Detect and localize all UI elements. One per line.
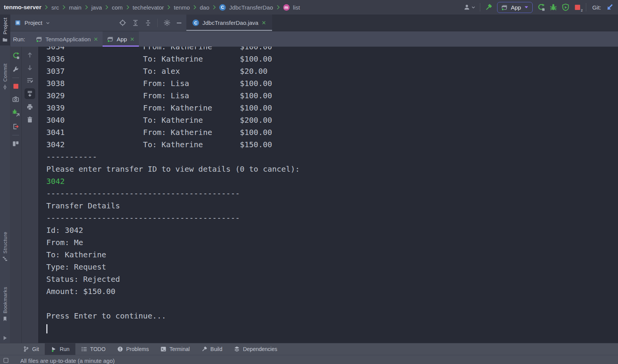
dependencies-layers-icon [234, 346, 240, 352]
project-toolwindow-header: Project [10, 15, 186, 31]
collapse-all-icon[interactable] [145, 20, 152, 26]
run-toolwindow-gutter [10, 47, 38, 343]
chevron-right-icon [45, 5, 48, 10]
breadcrumb-item[interactable]: com [112, 4, 122, 11]
down-arrow-icon[interactable] [26, 64, 33, 71]
bottom-bar-todo[interactable]: TODO [75, 343, 111, 355]
dropdown-caret-icon [524, 6, 528, 9]
app-window-icon [107, 36, 114, 42]
chevron-right-icon [126, 5, 129, 10]
editor-tab-strip: C JdbcTransferDao.java [186, 15, 618, 31]
attach-debugger-icon[interactable] [12, 109, 20, 117]
rerun-icon[interactable] [12, 52, 20, 59]
app-window-icon [36, 36, 42, 42]
bottom-bar-dependencies[interactable]: Dependencies [228, 343, 283, 355]
run-panel-label: Run: [10, 31, 31, 47]
project-icon [15, 20, 21, 26]
stripe-label: Structure [2, 232, 8, 253]
chevron-right-icon [277, 5, 280, 10]
close-icon[interactable] [262, 21, 266, 25]
chevron-right-icon [105, 5, 108, 10]
trash-icon[interactable] [26, 116, 33, 123]
user-account-button[interactable] [463, 4, 475, 11]
print-icon[interactable] [26, 104, 33, 110]
run-configuration-select[interactable]: App [497, 2, 533, 13]
chevron-down-icon [471, 6, 475, 9]
breadcrumb: tenmo-server src main java com techeleva… [4, 4, 300, 11]
gear-icon[interactable] [163, 19, 171, 26]
scroll-to-end-icon [26, 90, 33, 97]
bottom-bar-problems[interactable]: Problems [111, 343, 155, 355]
editor-tab-label: JdbcTransferDao.java [202, 20, 258, 26]
breadcrumb-project-root[interactable]: tenmo-server [4, 4, 41, 11]
status-square-icon[interactable] [3, 358, 9, 363]
flag-icon [3, 335, 8, 340]
left-tool-stripe: Project Commit Structure Bookmarks [0, 15, 10, 343]
breadcrumb-method[interactable]: list [293, 4, 300, 11]
bottom-bar-terminal[interactable]: Terminal [155, 343, 196, 355]
breadcrumb-item[interactable]: techelevator [133, 4, 164, 11]
commit-icon [2, 84, 8, 90]
layout-icon[interactable] [12, 140, 19, 147]
class-icon: C [219, 4, 226, 11]
coverage-shield-icon [562, 3, 569, 11]
locate-file-icon[interactable] [119, 19, 126, 26]
breadcrumb-class[interactable]: JdbcTransferDao [229, 4, 273, 11]
up-arrow-icon[interactable] [26, 52, 33, 58]
close-icon[interactable] [94, 37, 98, 41]
scroll-to-end-button[interactable] [24, 88, 35, 99]
stripe-button-pin[interactable] [0, 335, 10, 340]
wrench-icon[interactable] [12, 66, 19, 73]
run-tab-tenmoapplication[interactable]: TenmoApplication [31, 31, 103, 47]
bottom-bar-git[interactable]: Git [17, 343, 45, 355]
run-tab-app[interactable]: App [103, 31, 139, 47]
stripe-button-structure[interactable]: Structure [0, 232, 10, 262]
hide-panel-icon[interactable] [176, 22, 182, 24]
chevron-right-icon [167, 5, 170, 10]
todo-list-icon [81, 346, 87, 352]
debug-button[interactable] [550, 3, 557, 11]
running-process-count: 2 [581, 8, 583, 12]
stripe-label: Commit [2, 63, 8, 82]
run-with-coverage-button[interactable] [562, 3, 569, 11]
editor-tab-jdbctransferdao[interactable]: C JdbcTransferDao.java [186, 15, 272, 31]
run-actions-toolbar [10, 47, 22, 343]
rerun-button[interactable] [537, 3, 545, 11]
breadcrumb-item[interactable]: src [51, 4, 59, 11]
expand-all-icon[interactable] [132, 20, 139, 26]
run-toolwindow-tabbar: Run: TenmoApplication App [10, 31, 618, 47]
breadcrumb-item[interactable]: tenmo [174, 4, 190, 11]
stripe-label: Bookmarks [2, 287, 8, 314]
chevron-right-icon [213, 5, 216, 10]
close-icon[interactable] [130, 37, 134, 41]
git-branch-icon [23, 346, 29, 352]
stop-button[interactable]: 2 [574, 4, 581, 11]
stripe-label: Project [2, 18, 8, 34]
bottom-bar-label: Build [210, 346, 222, 352]
git-label: Git: [592, 4, 601, 11]
bottom-bar-run[interactable]: Run [45, 343, 75, 355]
build-project-button[interactable] [485, 3, 492, 11]
console-cursor [46, 324, 47, 333]
chevron-down-icon[interactable] [46, 21, 50, 24]
stripe-button-bookmarks[interactable]: Bookmarks [0, 287, 10, 322]
stop-icon[interactable] [13, 83, 19, 89]
status-message[interactable]: All files are up-to-date (a minute ago) [20, 358, 115, 364]
thread-dump-camera-icon[interactable] [12, 96, 19, 103]
method-icon: m [283, 4, 290, 11]
project-header-actions [119, 19, 182, 27]
stripe-button-project[interactable]: Project [0, 15, 10, 46]
run-configuration-name: App [511, 4, 521, 11]
breadcrumb-item[interactable]: main [69, 4, 82, 11]
exit-icon[interactable] [12, 123, 19, 130]
run-console[interactable]: 3034 From: Katherine $100.00 3036 To: Ka… [38, 47, 618, 343]
breadcrumb-item[interactable]: dao [200, 4, 209, 11]
structure-icon [2, 256, 8, 262]
update-project-button[interactable] [606, 3, 613, 11]
chevron-right-icon [193, 5, 196, 10]
stripe-button-commit[interactable]: Commit [0, 63, 10, 90]
bottom-bar-build[interactable]: Build [196, 343, 228, 355]
soft-wrap-icon[interactable] [26, 77, 33, 84]
project-panel-title[interactable]: Project [24, 20, 42, 26]
breadcrumb-item[interactable]: java [91, 4, 102, 11]
